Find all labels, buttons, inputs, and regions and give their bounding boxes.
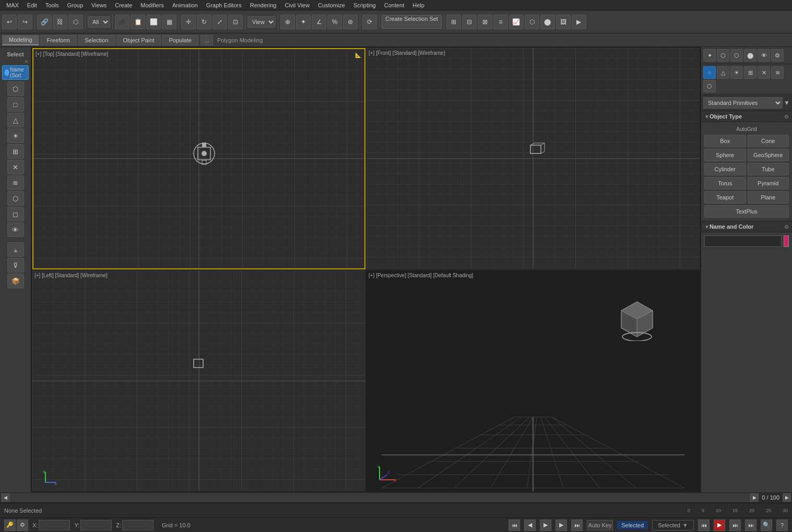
select-move-button[interactable]: ✛	[181, 15, 196, 29]
render-frame[interactable]: ▶	[572, 15, 586, 29]
next-key-btn[interactable]: ▶	[555, 519, 567, 531]
menu-views[interactable]: Views	[87, 2, 111, 8]
menu-content[interactable]: Content	[380, 2, 409, 8]
curve-editor[interactable]: 📈	[509, 15, 524, 29]
viewport-left[interactable]: [+] [Left] [Standard] [Wireframe]	[32, 270, 365, 492]
create-selection-set-button[interactable]: Create Selection Set	[382, 15, 442, 29]
primitives-dropdown[interactable]: Standard Primitives	[703, 97, 783, 109]
textplus-button[interactable]: TextPlus	[704, 205, 789, 218]
y-coord-input[interactable]	[80, 520, 112, 530]
align2-button[interactable]: ⊠	[478, 15, 492, 29]
sidebar-spacewarps[interactable]: ≋	[7, 175, 24, 190]
panel-display-btn[interactable]: 👁	[758, 49, 770, 62]
bind-space-warp[interactable]: ⬡	[68, 15, 83, 29]
last-frame-btn[interactable]: ⏭	[745, 519, 756, 531]
tabs-overflow-button[interactable]: ...	[200, 35, 213, 45]
angle-snap[interactable]: ∠	[312, 15, 326, 29]
viewport-front[interactable]: [+] [Front] [Standard] [Wireframe]	[367, 48, 700, 269]
sidebar-lights[interactable]: ☀	[7, 128, 24, 143]
menu-modifiers[interactable]: Modifiers	[136, 2, 168, 8]
layer-manager[interactable]: ≡	[493, 15, 508, 29]
sidebar-cameras[interactable]: ⊞	[7, 144, 24, 159]
next-frame-btn[interactable]: ⏭	[571, 519, 583, 531]
sidebar-helpers[interactable]: ✕	[7, 160, 24, 174]
sidebar-container[interactable]: 📦	[7, 274, 24, 288]
play-animation-btn[interactable]: ▶	[714, 519, 725, 531]
reference-coord-dropdown[interactable]: ⊡	[228, 15, 243, 29]
sidebar-shapes[interactable]: △	[7, 113, 24, 127]
tab-modeling[interactable]: Modeling	[2, 35, 39, 45]
auto-key-btn[interactable]: Auto Key	[587, 520, 613, 530]
viewport-top[interactable]: [+] [Top] [Standard] [Wireframe]	[32, 48, 365, 269]
primitives-dropdown-arrow[interactable]: ▼	[784, 99, 790, 107]
select-scale-button[interactable]: ⤢	[212, 15, 227, 29]
timeline-scroll-left[interactable]: ◀	[1, 493, 9, 502]
panel-hierarchy-btn[interactable]: ⬡	[730, 49, 743, 62]
sidebar-systems[interactable]: ⬡	[7, 191, 24, 206]
timeline-scroll-right[interactable]: ▶	[750, 493, 759, 502]
panel-modify-btn[interactable]: ⬡	[717, 49, 729, 62]
sidebar-geometry[interactable]: □	[7, 97, 24, 112]
menu-edit[interactable]: Edit	[23, 2, 41, 8]
menu-create[interactable]: Create	[111, 2, 136, 8]
panel-geometry-type-btn[interactable]: ○	[703, 66, 716, 79]
menu-graph-editors[interactable]: Graph Editors	[202, 2, 246, 8]
cylinder-button[interactable]: Cylinder	[704, 163, 746, 175]
spinner-snap[interactable]: ⊛	[343, 15, 358, 29]
use-pivot-point[interactable]: ⊕	[280, 15, 295, 29]
torus-button[interactable]: Torus	[704, 177, 746, 190]
tab-populate[interactable]: Populate	[162, 35, 198, 45]
prev-frame-btn[interactable]: ⏮	[509, 519, 520, 531]
name-sort-filter[interactable]: Name (Sort	[2, 65, 29, 80]
sidebar-sets[interactable]: ◻	[7, 207, 24, 221]
pyramid-button[interactable]: Pyramid	[748, 177, 789, 190]
cone-button[interactable]: Cone	[748, 135, 789, 147]
select-by-name-button[interactable]: 📋	[131, 15, 145, 29]
schematic-view[interactable]: ⬡	[525, 15, 539, 29]
mirror-button[interactable]: ⊞	[446, 15, 461, 29]
z-coord-input[interactable]	[122, 520, 153, 530]
sidebar-filter2[interactable]: ⊽	[7, 258, 24, 273]
menu-max[interactable]: MAX	[2, 2, 23, 8]
sphere-button[interactable]: Sphere	[704, 149, 746, 161]
render-setup[interactable]: 🖼	[556, 15, 571, 29]
undo-button[interactable]: ↩	[2, 15, 17, 29]
sidebar-modifier[interactable]: ⟁	[7, 242, 24, 257]
menu-customize[interactable]: Customize	[314, 2, 349, 8]
tab-object-paint[interactable]: Object Paint	[116, 35, 161, 45]
select-object-button[interactable]: ⬛	[115, 15, 129, 29]
percent-snap[interactable]: %	[327, 15, 342, 29]
panel-create-btn[interactable]: ✦	[703, 49, 716, 62]
next-transport-btn[interactable]: ⏭	[729, 519, 741, 531]
geosphere-button[interactable]: GeoSphere	[748, 149, 789, 161]
selected-dropdown[interactable]: Selected ▼	[652, 520, 694, 530]
undo-scene-op[interactable]: ⟳	[362, 15, 377, 29]
prev-transport-btn[interactable]: ⏮	[698, 519, 710, 531]
panel-shape-type-btn[interactable]: △	[717, 66, 729, 79]
menu-help[interactable]: Help	[408, 2, 429, 8]
rectangular-selection-button[interactable]: ⬜	[146, 15, 161, 29]
unlink-button[interactable]: ⛓	[53, 15, 67, 29]
panel-utilities-btn[interactable]: ⚙	[771, 49, 784, 62]
search-btn[interactable]: 🔍	[761, 519, 772, 531]
sidebar-display[interactable]: 👁	[7, 222, 24, 237]
time-config-btn[interactable]: ⚙	[17, 519, 28, 531]
box-button[interactable]: Box	[704, 135, 746, 147]
timeline-track[interactable]	[9, 493, 750, 502]
plane-button[interactable]: Plane	[748, 191, 789, 204]
menu-civil-view[interactable]: Civil View	[280, 2, 313, 8]
view-dropdown[interactable]: View	[247, 16, 276, 28]
name-color-header[interactable]: ▼ Name and Color ⚙	[701, 221, 792, 232]
snap-toggle[interactable]: ✦	[296, 15, 311, 29]
menu-group[interactable]: Group	[63, 2, 88, 8]
tube-button[interactable]: Tube	[748, 163, 789, 175]
select-rotate-button[interactable]: ↻	[197, 15, 211, 29]
menu-tools[interactable]: Tools	[41, 2, 63, 8]
tab-freeform[interactable]: Freeform	[40, 35, 77, 45]
teapot-button[interactable]: Teapot	[704, 191, 746, 204]
x-coord-input[interactable]	[39, 520, 70, 530]
panel-motion-btn[interactable]: ⬤	[744, 49, 756, 62]
panel-helper-type-btn[interactable]: ✕	[758, 66, 770, 79]
panel-light-type-btn[interactable]: ☀	[730, 66, 743, 79]
menu-scripting[interactable]: Scripting	[349, 2, 380, 8]
